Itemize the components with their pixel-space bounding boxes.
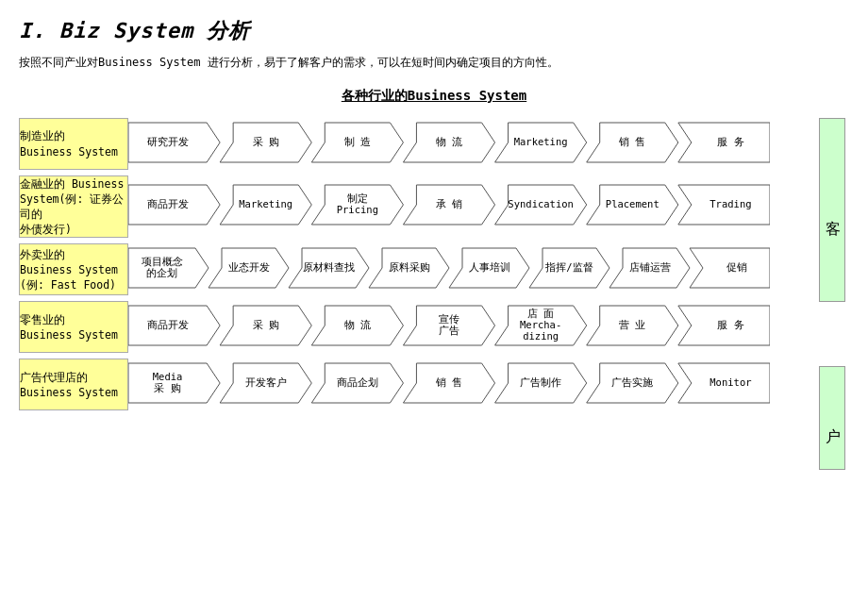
chevron-chain: 研究开发采 购制 造物 流Marketing销 售服 务 xyxy=(128,119,809,170)
svg-text:dizing: dizing xyxy=(523,330,559,342)
industry-label: 制造业的 Business System xyxy=(20,119,128,170)
chevron-chain: 商品开发Marketing制定Pricing承 销SyndicationPlac… xyxy=(128,176,809,238)
svg-text:采 购: 采 购 xyxy=(253,319,279,330)
svg-text:店铺运营: 店铺运营 xyxy=(629,261,671,273)
svg-text:服 务: 服 务 xyxy=(717,136,743,147)
table-row: 广告代理店的 Business SystemMedia采 购开发客户商品企划销 … xyxy=(20,359,809,410)
svg-text:Media: Media xyxy=(153,371,183,382)
svg-text:Trading: Trading xyxy=(709,198,751,209)
industry-label: 零售业的 Business System xyxy=(20,302,128,353)
svg-text:Pricing: Pricing xyxy=(337,204,378,215)
svg-text:指挥/监督: 指挥/监督 xyxy=(544,261,593,273)
svg-text:Marketing: Marketing xyxy=(514,136,568,147)
industry-label: 外卖业的 Business System (例: Fast Food) xyxy=(20,244,128,295)
svg-text:销 售: 销 售 xyxy=(435,376,462,388)
svg-text:制 造: 制 造 xyxy=(344,136,371,147)
sidebar-bottom-box: 户 xyxy=(819,366,845,470)
svg-text:广告: 广告 xyxy=(439,325,459,336)
svg-text:商品企划: 商品企划 xyxy=(337,376,378,388)
table-row: 零售业的 Business System商品开发采 购物 流宣传广告店 面Mer… xyxy=(20,302,809,353)
sidebar-top-box: 客 xyxy=(819,118,845,302)
chevron-chain: 商品开发采 购物 流宣传广告店 面Mercha-dizing营 业服 务 xyxy=(128,302,809,353)
svg-text:项目概念: 项目概念 xyxy=(142,256,183,267)
svg-text:采 购: 采 购 xyxy=(253,136,279,147)
svg-text:采 购: 采 购 xyxy=(154,382,180,393)
svg-text:原材料查找: 原材料查找 xyxy=(303,261,355,273)
sidebar-top-label: 客 xyxy=(823,208,843,213)
svg-text:研究开发: 研究开发 xyxy=(147,136,189,147)
svg-text:业态开发: 业态开发 xyxy=(228,261,270,273)
table-row: 外卖业的 Business System (例: Fast Food)项目概念的… xyxy=(20,244,809,295)
svg-text:Syndication: Syndication xyxy=(508,198,574,209)
table-row: 金融业的 Business System(例: 证券公司的 外债发行)商品开发M… xyxy=(20,176,809,238)
svg-text:物 流: 物 流 xyxy=(436,136,462,147)
page-title: I. Biz System 分析 xyxy=(19,17,849,45)
svg-text:Placement: Placement xyxy=(606,198,659,209)
svg-text:促销: 促销 xyxy=(726,261,747,273)
sidebar-bottom-label: 户 xyxy=(823,415,843,421)
svg-text:Marketing: Marketing xyxy=(239,198,292,209)
chevron-chain: Media采 购开发客户商品企划销 售广告制作广告实施Monitor xyxy=(128,359,809,410)
right-sidebar: 客 户 xyxy=(815,118,849,470)
svg-text:广告制作: 广告制作 xyxy=(520,376,561,388)
svg-text:营 业: 营 业 xyxy=(619,319,645,330)
svg-text:广告实施: 广告实施 xyxy=(611,376,653,388)
svg-text:Monitor: Monitor xyxy=(709,376,751,388)
svg-text:物 流: 物 流 xyxy=(344,319,371,330)
chevron-chain: 项目概念的企划业态开发原材料查找原料采购人事培训指挥/监督店铺运营促销 xyxy=(128,244,809,295)
svg-text:服 务: 服 务 xyxy=(717,319,743,330)
svg-text:商品开发: 商品开发 xyxy=(147,198,189,209)
svg-text:承 销: 承 销 xyxy=(436,198,462,209)
svg-text:制定: 制定 xyxy=(347,192,368,204)
svg-text:宣传: 宣传 xyxy=(439,313,459,325)
center-title: 各种行业的Business System xyxy=(19,88,849,105)
svg-text:销 售: 销 售 xyxy=(618,136,645,147)
svg-text:的企划: 的企划 xyxy=(146,267,177,278)
svg-text:Mercha-: Mercha- xyxy=(520,319,561,330)
svg-text:商品开发: 商品开发 xyxy=(147,319,189,330)
industry-label: 金融业的 Business System(例: 证券公司的 外债发行) xyxy=(20,176,128,238)
subtitle: 按照不同产业对Business System 进行分析，易于了解客户的需求，可以… xyxy=(19,55,849,71)
industry-label: 广告代理店的 Business System xyxy=(20,359,128,410)
svg-text:人事培训: 人事培训 xyxy=(469,261,510,273)
svg-text:原料采购: 原料采购 xyxy=(389,261,430,273)
svg-text:开发客户: 开发客户 xyxy=(245,376,287,388)
svg-text:店 面: 店 面 xyxy=(527,308,554,319)
table-row: 制造业的 Business System研究开发采 购制 造物 流Marketi… xyxy=(20,119,809,170)
